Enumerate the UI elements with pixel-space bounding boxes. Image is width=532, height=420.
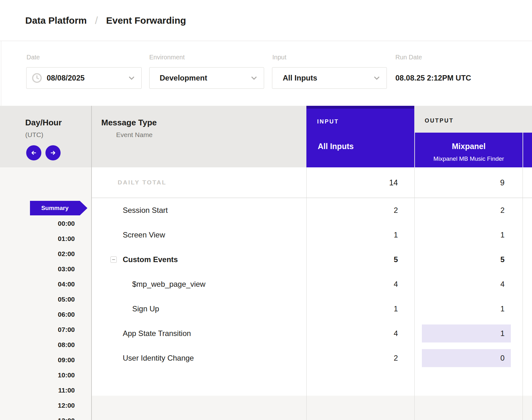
input-value: 1 xyxy=(306,223,414,247)
daily-total-output-value: 9 xyxy=(414,167,522,198)
hour-item-13[interactable]: 13:00 xyxy=(0,413,92,420)
output-value: 0 xyxy=(414,346,522,370)
input-value: 1 xyxy=(306,297,414,321)
collapse-toggle[interactable] xyxy=(110,256,117,263)
event-grid: DAILY TOTAL 14 9 Session Start 2 2 Scree… xyxy=(92,167,532,370)
hour-item-09[interactable]: 09:00 xyxy=(0,352,92,368)
hour-item-02[interactable]: 02:00 xyxy=(0,246,92,261)
input-value: 5 xyxy=(306,247,414,272)
output-connector-subtitle: Mixpanel MB Music Finder xyxy=(415,155,523,162)
date-filter-label: Date xyxy=(27,54,40,61)
output-value: 5 xyxy=(414,247,522,272)
hour-item-11[interactable]: 11:00 xyxy=(0,383,92,398)
table-row-screen-view: Screen View 1 1 xyxy=(92,223,532,247)
input-filter-label: Input xyxy=(272,54,286,61)
environment-filter-label: Environment xyxy=(149,54,185,61)
hour-item-08[interactable]: 08:00 xyxy=(0,337,92,352)
input-value: 4 xyxy=(306,321,414,346)
event-name: Custom Events xyxy=(123,255,178,264)
hour-item-03[interactable]: 03:00 xyxy=(0,261,92,277)
table-row-custom-events: Custom Events 5 5 xyxy=(92,247,532,272)
message-type-column-title: Message Type xyxy=(101,118,157,128)
output-column-header-next-partial[interactable] xyxy=(523,133,532,167)
output-value: 1 xyxy=(414,223,522,247)
gridline-input-output xyxy=(414,167,415,420)
arrow-right-icon xyxy=(49,149,57,157)
output-column-header-mixpanel[interactable]: Mixpanel Mixpanel MB Music Finder xyxy=(415,133,523,167)
table-row-app-state-transition: App State Transition 4 1 xyxy=(92,321,532,346)
breadcrumb: Data Platform / Event Forwarding xyxy=(25,15,186,27)
day-hour-column-subtitle: (UTC) xyxy=(25,131,43,139)
input-column-header[interactable]: INPUT All Inputs xyxy=(306,106,414,167)
hour-item-05[interactable]: 05:00 xyxy=(0,292,92,307)
output-value: 1 xyxy=(414,321,522,346)
output-value: 4 xyxy=(414,272,522,297)
input-select[interactable]: All Inputs xyxy=(272,67,387,89)
input-value: 4 xyxy=(306,272,414,297)
event-name: Screen View xyxy=(92,223,306,247)
hour-item-00[interactable]: 00:00 xyxy=(0,216,92,231)
breadcrumb-separator: / xyxy=(95,15,98,27)
sidebar-divider xyxy=(91,106,92,420)
hour-item-01[interactable]: 01:00 xyxy=(0,231,92,246)
output-group-label: OUTPUT xyxy=(425,117,454,124)
input-select-value: All Inputs xyxy=(283,74,317,82)
hour-item-04[interactable]: 04:00 xyxy=(0,277,92,292)
environment-select-value: Development xyxy=(160,74,207,82)
event-name: App State Transition xyxy=(92,321,306,346)
event-name: User Identity Change xyxy=(92,346,306,370)
highlighted-cell[interactable] xyxy=(422,349,511,367)
chevron-down-icon xyxy=(250,74,258,82)
daily-total-row: DAILY TOTAL 14 9 xyxy=(92,167,532,198)
table-row-sign-up: Sign Up 1 1 xyxy=(92,297,532,321)
run-date-value: 08.08.25 2:12PM UTC xyxy=(395,74,471,82)
output-value: 1 xyxy=(414,297,522,321)
breadcrumb-data-platform[interactable]: Data Platform xyxy=(25,15,87,26)
previous-day-button[interactable] xyxy=(26,145,41,160)
chevron-down-icon xyxy=(373,74,381,82)
event-name: $mp_web_page_view xyxy=(92,272,306,297)
event-name: Session Start xyxy=(92,198,306,223)
date-select-value: 08/08/2025 xyxy=(47,74,85,82)
table-header: Day/Hour (UTC) Message Type Event Name I… xyxy=(0,106,532,167)
daily-total-input-value: 14 xyxy=(306,167,414,198)
next-day-button[interactable] xyxy=(45,145,61,160)
event-name: Sign Up xyxy=(92,297,306,321)
hour-item-07[interactable]: 07:00 xyxy=(0,322,92,337)
hour-item-12[interactable]: 12:00 xyxy=(0,398,92,413)
input-connector-name: All Inputs xyxy=(318,142,354,151)
event-name-group: Custom Events xyxy=(92,247,306,272)
date-select[interactable]: 08/08/2025 xyxy=(26,67,142,89)
breadcrumb-event-forwarding: Event Forwarding xyxy=(106,15,186,26)
highlighted-cell[interactable] xyxy=(422,325,511,343)
run-date-label: Run Date xyxy=(395,54,422,61)
minus-icon xyxy=(112,258,115,261)
day-hour-rail: Summary 00:00 01:00 02:00 03:00 04:00 05… xyxy=(0,167,92,420)
table-footer-band xyxy=(92,396,532,420)
event-forwarding-screen: Data Platform / Event Forwarding Date En… xyxy=(0,0,532,420)
table-row-session-start: Session Start 2 2 xyxy=(92,198,532,223)
event-name-column-subtitle: Event Name xyxy=(116,131,153,139)
gridline-message-input xyxy=(306,167,307,420)
output-value: 2 xyxy=(414,198,522,223)
hours-list: 00:00 01:00 02:00 03:00 04:00 05:00 06:0… xyxy=(0,216,92,420)
topbar: Data Platform / Event Forwarding xyxy=(0,0,532,41)
input-group-label: INPUT xyxy=(317,118,339,125)
chevron-down-icon xyxy=(127,74,136,82)
hour-item-06[interactable]: 06:00 xyxy=(0,307,92,322)
clock-icon xyxy=(31,72,43,84)
summary-badge[interactable]: Summary xyxy=(30,201,87,215)
table-row-user-identity-change: User Identity Change 2 0 xyxy=(92,346,532,370)
day-hour-column-title: Day/Hour xyxy=(25,118,62,128)
arrow-left-icon xyxy=(30,149,38,157)
table-row-mp-web-page-view: $mp_web_page_view 4 4 xyxy=(92,272,532,297)
input-value: 2 xyxy=(306,346,414,370)
input-value: 2 xyxy=(306,198,414,223)
hour-item-10[interactable]: 10:00 xyxy=(0,368,92,383)
environment-select[interactable]: Development xyxy=(149,67,264,89)
daily-total-label: DAILY TOTAL xyxy=(92,167,306,198)
input-column-accent-strip xyxy=(306,106,414,109)
gridline-output-next xyxy=(523,167,523,420)
output-connector-name: Mixpanel xyxy=(415,142,523,151)
